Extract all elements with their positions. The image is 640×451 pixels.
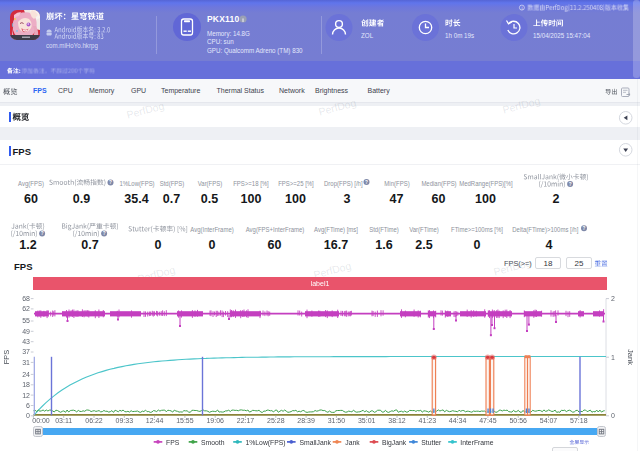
svg-text:label1: label1	[311, 280, 330, 287]
svg-text:38:12: 38:12	[388, 417, 406, 424]
svg-text:FPS: FPS	[166, 439, 180, 446]
svg-text:00:00: 00:00	[32, 417, 50, 424]
svg-text:19:06: 19:06	[206, 417, 224, 424]
svg-text:12: 12	[22, 392, 30, 399]
svg-text:6: 6	[26, 402, 30, 409]
svg-text:22:17: 22:17	[237, 417, 255, 424]
svg-text:1%Low(FPS): 1%Low(FPS)	[246, 439, 286, 447]
svg-text:?: ?	[103, 231, 106, 236]
svg-text:Jank: Jank	[345, 439, 360, 446]
svg-text:InterFrame: InterFrame	[460, 439, 493, 446]
svg-text:44:34: 44:34	[449, 417, 467, 424]
svg-text:55: 55	[22, 317, 30, 324]
svg-text:?: ?	[109, 180, 112, 185]
svg-text:FPS: FPS	[2, 350, 11, 365]
svg-text:SmallJank: SmallJank	[300, 439, 332, 446]
svg-text:09:33: 09:33	[116, 417, 134, 424]
svg-text:Jank: Jank	[626, 349, 635, 365]
svg-text:49: 49	[22, 328, 30, 335]
svg-text:?: ?	[569, 182, 572, 187]
svg-text:15:55: 15:55	[176, 417, 194, 424]
svg-text:BigJank: BigJank	[382, 439, 407, 447]
svg-text:41:23: 41:23	[419, 417, 437, 424]
svg-text:54:07: 54:07	[540, 417, 558, 424]
svg-text:03:11: 03:11	[55, 417, 72, 424]
svg-text:0: 0	[26, 412, 30, 419]
svg-text:31:50: 31:50	[328, 417, 346, 424]
svg-text:68: 68	[22, 295, 30, 302]
svg-text:62: 62	[22, 305, 30, 312]
svg-text:37: 37	[22, 348, 30, 355]
svg-text:12:44: 12:44	[146, 417, 164, 424]
svg-text:Smooth: Smooth	[201, 439, 225, 446]
svg-text:18: 18	[22, 381, 30, 388]
svg-text:i: i	[521, 6, 522, 11]
svg-text:0: 0	[611, 412, 615, 419]
svg-text:43: 43	[22, 338, 30, 345]
svg-text:28:39: 28:39	[297, 417, 315, 424]
svg-text:25:28: 25:28	[267, 417, 285, 424]
svg-text:1: 1	[611, 354, 615, 361]
svg-text:31: 31	[22, 359, 30, 366]
svg-text:?: ?	[365, 180, 368, 185]
svg-text:24: 24	[22, 371, 30, 378]
svg-text:2: 2	[611, 295, 615, 302]
svg-text:35:01: 35:01	[358, 417, 376, 424]
svg-text:47:45: 47:45	[479, 417, 497, 424]
svg-text:?: ?	[41, 231, 44, 236]
svg-text:06:22: 06:22	[85, 417, 103, 424]
svg-text:50:56: 50:56	[509, 417, 527, 424]
svg-text:Stutter: Stutter	[421, 439, 442, 446]
svg-text:?: ?	[583, 226, 586, 231]
svg-text:57:18: 57:18	[570, 417, 588, 424]
